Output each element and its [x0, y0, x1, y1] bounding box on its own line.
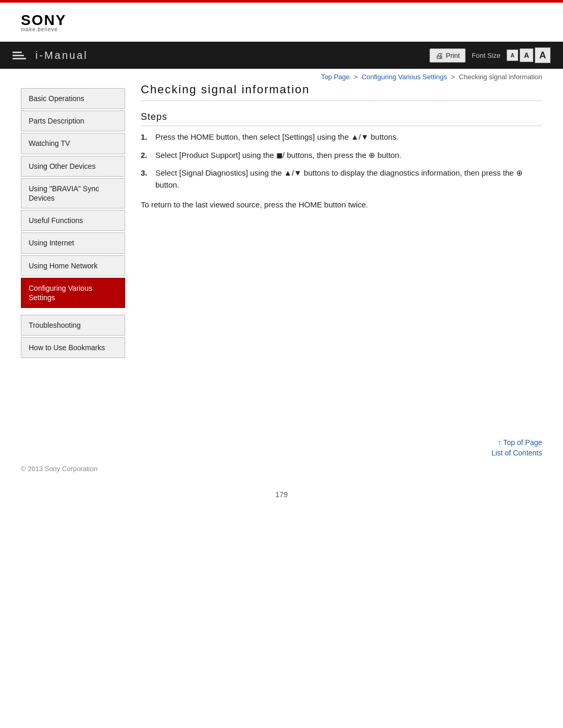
copyright-text: © 2013 Sony Corporation: [21, 465, 97, 473]
sidebar-item-how-to-use-bookmarks[interactable]: How to Use Bookmarks: [21, 337, 125, 358]
font-small-button[interactable]: A: [507, 50, 518, 61]
section-title: Steps: [141, 112, 542, 126]
footer-copyright: © 2013 Sony Corporation: [21, 465, 97, 473]
step-number: 2.: [141, 150, 155, 162]
app-title: i-Manual: [35, 50, 430, 61]
sidebar-item-using-internet[interactable]: Using Internet: [21, 232, 125, 253]
sidebar-item-configuring-various-settings[interactable]: Configuring Various Settings: [21, 278, 125, 308]
top-of-page-link[interactable]: ↑ Top of Page: [492, 438, 542, 447]
sidebar-item-using-home-network[interactable]: Using Home Network: [21, 255, 125, 276]
page-title: Checking signal information: [141, 83, 542, 101]
print-button[interactable]: 🖨 Print: [430, 48, 466, 63]
font-large-button[interactable]: A: [535, 47, 550, 63]
font-size-controls: A A A: [507, 47, 550, 63]
steps-list: 1.Press the HOME button, then select [Se…: [141, 131, 542, 191]
breadcrumb-current: Checking signal information: [459, 73, 542, 81]
page-number: 179: [275, 490, 287, 499]
step-item-1: 1.Press the HOME button, then select [Se…: [141, 131, 542, 143]
sidebar-item-troubleshooting[interactable]: Troubleshooting: [21, 315, 125, 336]
step-text: Press the HOME button, then select [Sett…: [155, 131, 542, 143]
print-label: Print: [446, 52, 460, 59]
step-number: 3.: [141, 167, 155, 191]
sidebar: Basic OperationsParts DescriptionWatchin…: [0, 83, 125, 365]
tagline: make.believe: [21, 27, 58, 32]
content-area: Checking signal information Steps 1.Pres…: [125, 83, 563, 365]
bottom-links: ↑ Top of Page List of Contents: [492, 438, 542, 457]
menu-icon-group[interactable]: [13, 52, 26, 59]
list-of-contents-link[interactable]: List of Contents: [492, 449, 542, 457]
breadcrumb: Top Page > Configuring Various Settings …: [0, 69, 563, 83]
sony-logo: SONY make.believe: [21, 12, 542, 32]
main-layout: Basic OperationsParts DescriptionWatchin…: [0, 83, 563, 365]
sidebar-item-useful-functions[interactable]: Useful Functions: [21, 210, 125, 231]
sidebar-item-using-bravia[interactable]: Using "BRAVIA" Sync Devices: [21, 178, 125, 208]
toolbar-right: 🖨 Print Font Size A A A: [430, 47, 550, 63]
top-bar: i-Manual 🖨 Print Font Size A A A: [0, 42, 563, 69]
print-icon: 🖨: [435, 51, 443, 60]
menu-icon[interactable]: [13, 52, 26, 59]
sidebar-item-using-other-devices[interactable]: Using Other Devices: [21, 156, 125, 177]
breadcrumb-top-page[interactable]: Top Page: [321, 73, 350, 81]
font-medium-button[interactable]: A: [520, 48, 533, 62]
step-number: 1.: [141, 131, 155, 143]
sidebar-item-watching-tv[interactable]: Watching TV: [21, 133, 125, 154]
step-text: Select [Product Support] using the ◼/ bu…: [155, 150, 542, 162]
step-item-3: 3.Select [Signal Diagnostics] using the …: [141, 167, 542, 191]
font-size-label: Font Size: [472, 52, 500, 59]
breadcrumb-configuring[interactable]: Configuring Various Settings: [362, 73, 447, 81]
sidebar-item-basic-operations[interactable]: Basic Operations: [21, 88, 125, 109]
sidebar-item-parts-description[interactable]: Parts Description: [21, 110, 125, 131]
step-item-2: 2.Select [Product Support] using the ◼/ …: [141, 150, 542, 162]
return-note: To return to the last viewed source, pre…: [141, 199, 542, 211]
logo-area: SONY make.believe: [0, 3, 563, 38]
step-text: Select [Signal Diagnostics] using the ▲/…: [155, 167, 542, 191]
